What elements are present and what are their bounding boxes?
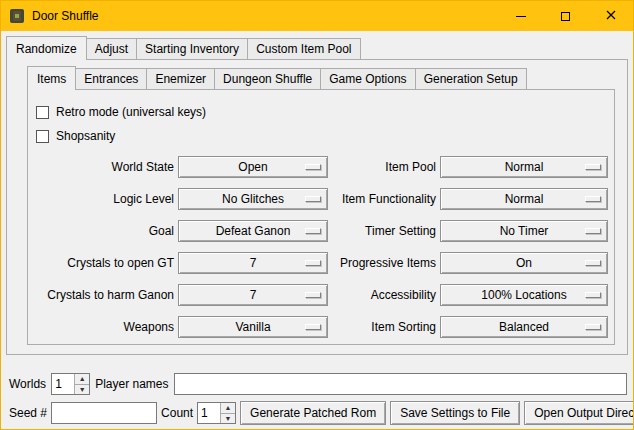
seed-label: Seed # bbox=[9, 406, 47, 420]
tab-enemizer[interactable]: Enemizer bbox=[146, 68, 215, 89]
randomize-pane: Items Entrances Enemizer Dungeon Shuffle… bbox=[6, 59, 628, 355]
item-sorting-dropdown[interactable]: Balanced bbox=[440, 316, 608, 338]
tab-entrances[interactable]: Entrances bbox=[75, 68, 147, 89]
dropdown-indicator-icon bbox=[585, 324, 601, 330]
tab-game-options[interactable]: Game Options bbox=[320, 68, 415, 89]
spin-down-icon[interactable]: ▼ bbox=[221, 413, 235, 424]
item-sorting-label: Item Sorting bbox=[332, 320, 436, 334]
dropdown-value: Normal bbox=[505, 160, 544, 174]
count-label: Count bbox=[161, 406, 193, 420]
logic-level-dropdown[interactable]: No Glitches bbox=[178, 188, 328, 210]
close-button[interactable] bbox=[588, 1, 633, 31]
minimize-icon bbox=[516, 16, 526, 17]
worlds-stepper-arrows: ▲ ▼ bbox=[74, 374, 89, 394]
retro-mode-checkbox[interactable] bbox=[36, 106, 49, 119]
shopsanity-label: Shopsanity bbox=[56, 129, 115, 143]
progressive-items-label: Progressive Items bbox=[332, 256, 436, 270]
seed-input[interactable] bbox=[51, 402, 157, 424]
goal-dropdown[interactable]: Defeat Ganon bbox=[178, 220, 328, 242]
window-title: Door Shuffle bbox=[32, 9, 99, 23]
player-names-label: Player names bbox=[95, 377, 168, 391]
worlds-label: Worlds bbox=[9, 377, 46, 391]
spin-up-icon[interactable]: ▲ bbox=[221, 403, 235, 413]
accessibility-dropdown[interactable]: 100% Locations bbox=[440, 284, 608, 306]
accessibility-label: Accessibility bbox=[332, 288, 436, 302]
dropdown-value: Defeat Ganon bbox=[216, 224, 291, 238]
tab-custom-item-pool[interactable]: Custom Item Pool bbox=[247, 38, 360, 59]
item-pool-dropdown[interactable]: Normal bbox=[440, 156, 608, 178]
world-state-label: World State bbox=[36, 160, 174, 174]
logic-level-label: Logic Level bbox=[36, 192, 174, 206]
tab-starting-inventory[interactable]: Starting Inventory bbox=[136, 38, 248, 59]
save-settings-button[interactable]: Save Settings to File bbox=[390, 401, 520, 425]
spin-up-icon[interactable]: ▲ bbox=[75, 374, 89, 384]
seed-row: Seed # Count 1 ▲ ▼ Generate Patched Rom … bbox=[9, 401, 627, 425]
caption-buttons bbox=[498, 1, 633, 31]
retro-mode-label: Retro mode (universal keys) bbox=[56, 105, 206, 119]
crystals-open-gt-label: Crystals to open GT bbox=[36, 256, 174, 270]
dropdown-value: 7 bbox=[250, 288, 257, 302]
count-stepper-arrows: ▲ ▼ bbox=[220, 403, 235, 423]
close-icon bbox=[606, 9, 616, 23]
world-state-dropdown[interactable]: Open bbox=[178, 156, 328, 178]
dropdown-value: Vanilla bbox=[235, 320, 270, 334]
dropdown-value: On bbox=[516, 256, 532, 270]
dropdown-value: No Timer bbox=[500, 224, 549, 238]
item-functionality-label: Item Functionality bbox=[332, 192, 436, 206]
count-value: 1 bbox=[198, 403, 220, 423]
count-stepper[interactable]: 1 ▲ ▼ bbox=[197, 402, 236, 424]
goal-label: Goal bbox=[36, 224, 174, 238]
item-pool-label: Item Pool bbox=[332, 160, 436, 174]
dropdown-value: No Glitches bbox=[222, 192, 284, 206]
dropdown-value: Normal bbox=[505, 192, 544, 206]
dropdown-indicator-icon bbox=[305, 324, 321, 330]
worlds-row: Worlds 1 ▲ ▼ Player names bbox=[9, 373, 627, 395]
options-grid: World State Open Item Pool Normal Logic … bbox=[36, 156, 614, 338]
secondary-tab-bar: Items Entrances Enemizer Dungeon Shuffle… bbox=[27, 66, 615, 89]
dropdown-indicator-icon bbox=[305, 196, 321, 202]
tab-randomize[interactable]: Randomize bbox=[6, 36, 87, 60]
worlds-stepper[interactable]: 1 ▲ ▼ bbox=[51, 373, 90, 395]
door-shuffle-window: Door Shuffle Randomize Adjust Starting I… bbox=[0, 0, 634, 430]
crystals-open-gt-dropdown[interactable]: 7 bbox=[178, 252, 328, 274]
spin-down-icon[interactable]: ▼ bbox=[75, 384, 89, 395]
dropdown-indicator-icon bbox=[585, 228, 601, 234]
minimize-button[interactable] bbox=[498, 1, 543, 31]
timer-setting-dropdown[interactable]: No Timer bbox=[440, 220, 608, 242]
worlds-value: 1 bbox=[52, 374, 74, 394]
titlebar[interactable]: Door Shuffle bbox=[1, 1, 633, 31]
retro-mode-checkbox-row[interactable]: Retro mode (universal keys) bbox=[36, 100, 614, 124]
dropdown-indicator-icon bbox=[585, 164, 601, 170]
dropdown-indicator-icon bbox=[585, 196, 601, 202]
primary-tab-bar: Randomize Adjust Starting Inventory Cust… bbox=[1, 31, 633, 59]
dropdown-indicator-icon bbox=[305, 292, 321, 298]
crystals-harm-ganon-dropdown[interactable]: 7 bbox=[178, 284, 328, 306]
maximize-icon bbox=[561, 12, 570, 21]
dropdown-indicator-icon bbox=[305, 228, 321, 234]
item-functionality-dropdown[interactable]: Normal bbox=[440, 188, 608, 210]
generate-patched-rom-button[interactable]: Generate Patched Rom bbox=[240, 401, 386, 425]
dropdown-value: 7 bbox=[250, 256, 257, 270]
dropdown-indicator-icon bbox=[585, 292, 601, 298]
dropdown-value: 100% Locations bbox=[481, 288, 566, 302]
app-icon bbox=[9, 8, 25, 24]
bottom-bar: Worlds 1 ▲ ▼ Player names Seed # Count 1… bbox=[1, 373, 633, 425]
dropdown-value: Balanced bbox=[499, 320, 549, 334]
maximize-button[interactable] bbox=[543, 1, 588, 31]
shopsanity-checkbox-row[interactable]: Shopsanity bbox=[36, 124, 614, 148]
tab-dungeon-shuffle[interactable]: Dungeon Shuffle bbox=[214, 68, 321, 89]
items-pane: Retro mode (universal keys) Shopsanity W… bbox=[27, 89, 615, 345]
tab-items[interactable]: Items bbox=[27, 66, 76, 90]
dropdown-indicator-icon bbox=[305, 260, 321, 266]
progressive-items-dropdown[interactable]: On bbox=[440, 252, 608, 274]
dropdown-indicator-icon bbox=[305, 164, 321, 170]
tab-adjust[interactable]: Adjust bbox=[86, 38, 137, 59]
crystals-harm-ganon-label: Crystals to harm Ganon bbox=[36, 288, 174, 302]
dropdown-indicator-icon bbox=[585, 260, 601, 266]
weapons-dropdown[interactable]: Vanilla bbox=[178, 316, 328, 338]
timer-setting-label: Timer Setting bbox=[332, 224, 436, 238]
shopsanity-checkbox[interactable] bbox=[36, 130, 49, 143]
tab-generation-setup[interactable]: Generation Setup bbox=[415, 68, 527, 89]
player-names-input[interactable] bbox=[174, 373, 628, 395]
open-output-directory-button[interactable]: Open Output Directory bbox=[524, 401, 634, 425]
